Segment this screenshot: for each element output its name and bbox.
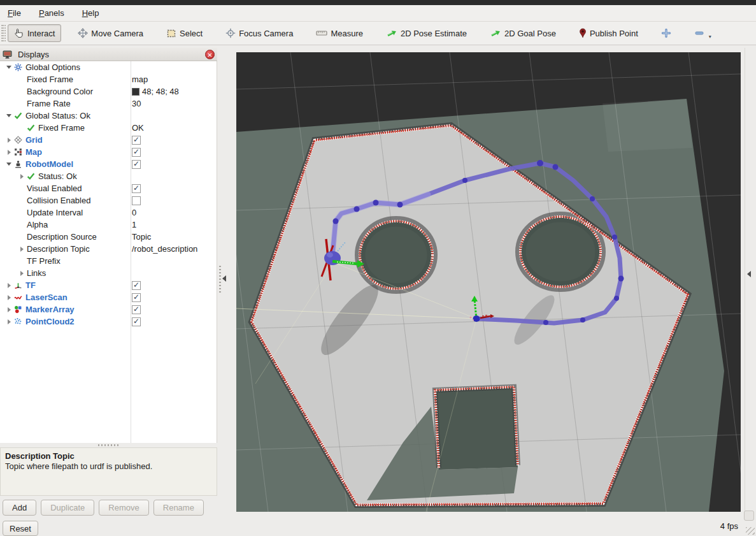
expander-closed-icon[interactable] (17, 271, 27, 276)
property-value[interactable]: map (132, 73, 148, 85)
measure-icon (316, 29, 327, 37)
tool-pose-estimate-button[interactable]: 2D Pose Estimate (380, 25, 473, 42)
checkbox-checked[interactable]: ✓ (132, 148, 141, 157)
tree-row-status-ok[interactable]: Status: Ok (0, 170, 217, 182)
menu-item-panels[interactable]: Panels (38, 7, 66, 19)
tool-label: Measure (331, 29, 363, 38)
property-value[interactable]: 0 (132, 206, 136, 219)
tool-publish-point-button[interactable]: Publish Point (573, 24, 645, 42)
property-value[interactable]: /robot_description (132, 243, 197, 255)
tree-row-background-color[interactable]: Background Color48; 48; 48 (0, 85, 217, 98)
expander-closed-icon[interactable] (4, 138, 14, 143)
checkbox-checked[interactable]: ✓ (132, 305, 141, 314)
value-text: OK (132, 122, 144, 134)
tree-row-visual-enabled[interactable]: Visual Enabled✓ (0, 182, 217, 194)
tree-row-map[interactable]: Map✓ (0, 146, 217, 158)
collapse-right-panel-icon[interactable] (747, 271, 751, 277)
3d-viewport[interactable] (236, 52, 741, 512)
property-label: Frame Rate (27, 98, 71, 110)
expander-closed-icon[interactable] (4, 150, 14, 155)
interact-hand-icon (14, 28, 24, 38)
property-value[interactable]: Topic (132, 231, 151, 243)
tool-select-button[interactable]: Select (160, 24, 209, 42)
property-label: Global Status: Ok (25, 110, 90, 122)
checkbox-unchecked[interactable] (132, 196, 141, 205)
expander-closed-icon[interactable] (17, 247, 27, 252)
property-label: Background Color (27, 85, 93, 98)
checkbox-checked[interactable]: ✓ (132, 281, 141, 290)
tree-row-pointcloud2[interactable]: PointCloud2✓ (0, 315, 217, 328)
zoom-plus-icon (661, 28, 671, 38)
tool-zoom-in-button[interactable] (655, 24, 678, 42)
tool-zoom-out-button[interactable]: ▾ (688, 24, 718, 43)
markerarray-icon (14, 305, 25, 314)
expander-open-icon[interactable] (4, 163, 14, 166)
close-icon[interactable]: ✕ (205, 50, 215, 59)
tree-row-update-interval[interactable]: Update Interval0 (0, 206, 217, 219)
value-text: map (132, 73, 148, 85)
add-button[interactable]: Add (3, 500, 36, 516)
property-value[interactable]: 48; 48; 48 (132, 85, 179, 98)
tree-row-tf-prefix[interactable]: TF Prefix (0, 255, 217, 267)
property-value[interactable]: 30 (132, 98, 141, 110)
tree-row-frame-rate[interactable]: Frame Rate30 (0, 98, 217, 110)
tool-label: Focus Camera (239, 29, 293, 38)
checkbox-checked[interactable]: ✓ (132, 293, 141, 302)
tool-move-camera-button[interactable]: Move Camera (71, 24, 150, 42)
expander-closed-icon[interactable] (4, 307, 14, 312)
checkbox-checked[interactable]: ✓ (132, 317, 141, 326)
duplicate-button[interactable]: Duplicate (41, 500, 94, 516)
toolbar-drag-handle[interactable] (1, 25, 6, 41)
tree-row-global-options[interactable]: Global Options (0, 61, 217, 73)
expander-closed-icon[interactable] (4, 295, 14, 300)
checkbox-checked[interactable]: ✓ (132, 184, 141, 193)
tree-row-markerarray[interactable]: MarkerArray✓ (0, 303, 217, 315)
tree-row-links[interactable]: Links (0, 267, 217, 279)
panel-splitter-handle[interactable] (219, 264, 221, 293)
panel-title: Displays (18, 50, 49, 59)
checkbox-checked[interactable]: ✓ (132, 136, 141, 145)
tool-goal-pose-button[interactable]: 2D Goal Pose (483, 25, 562, 42)
tool-focus-camera-button[interactable]: Focus Camera (219, 24, 299, 42)
select-icon (166, 28, 176, 38)
tree-row-description-source[interactable]: Description SourceTopic (0, 231, 217, 243)
expander-closed-icon[interactable] (17, 174, 27, 179)
expander-open-icon[interactable] (4, 114, 14, 117)
chevron-down-icon[interactable]: ▾ (709, 34, 711, 40)
tree-row-tf[interactable]: TF✓ (0, 279, 217, 291)
property-label: Collision Enabled (27, 194, 90, 206)
pointcloud2-icon (14, 317, 25, 326)
move-camera-icon (78, 28, 88, 38)
tree-row-robotmodel[interactable]: RobotModel✓ (0, 158, 217, 170)
right-splitter-line (745, 48, 745, 512)
tree-row-fixed-frame[interactable]: Fixed Framemap (0, 73, 217, 85)
tree-row-collision-enabled[interactable]: Collision Enabled (0, 194, 217, 206)
collapse-left-panel-icon[interactable] (222, 275, 226, 282)
displays-panel-header[interactable]: Displays ✕ (0, 48, 217, 61)
tree-row-alpha[interactable]: Alpha1 (0, 219, 217, 231)
checkbox-checked[interactable]: ✓ (132, 160, 141, 169)
help-text: Topic where filepath to urdf is publishe… (5, 461, 212, 471)
menu-item-help[interactable]: Help (81, 7, 101, 19)
expander-closed-icon[interactable] (4, 319, 14, 324)
resize-grip[interactable] (746, 527, 755, 535)
tree-row-laserscan[interactable]: LaserScan✓ (0, 291, 217, 303)
reset-button[interactable]: Reset (3, 521, 38, 536)
expander-open-icon[interactable] (4, 66, 14, 69)
tree-row-grid[interactable]: Grid✓ (0, 134, 217, 146)
expander-closed-icon[interactable] (4, 283, 14, 288)
value-text: 30 (132, 98, 141, 110)
property-value[interactable]: OK (132, 122, 144, 134)
tool-measure-button[interactable]: Measure (310, 25, 369, 42)
menu-item-file[interactable]: File (6, 7, 22, 19)
rename-button[interactable]: Rename (153, 500, 204, 516)
property-label: Global Options (25, 61, 80, 73)
tree-help-splitter[interactable] (0, 443, 217, 447)
property-label: PointCloud2 (25, 315, 75, 328)
tree-row-description-topic[interactable]: Description Topic/robot_description (0, 243, 217, 255)
tool-interact-button[interactable]: Interact (8, 24, 61, 42)
tree-row-fixed-frame[interactable]: Fixed FrameOK (0, 122, 217, 134)
remove-button[interactable]: Remove (99, 500, 148, 516)
property-value[interactable]: 1 (132, 219, 136, 231)
tree-row-global-status-ok[interactable]: Global Status: Ok (0, 110, 217, 122)
